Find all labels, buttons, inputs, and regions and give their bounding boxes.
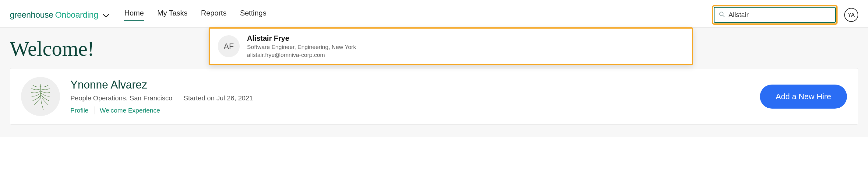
brand-switcher[interactable]: greenhouse Onboarding — [10, 10, 109, 20]
brand-greenhouse: greenhouse — [10, 10, 53, 20]
primary-nav: Home My Tasks Reports Settings — [124, 9, 266, 21]
divider — [94, 106, 94, 114]
chevron-down-icon — [103, 14, 109, 18]
top-navigation: greenhouse Onboarding Home My Tasks Repo… — [0, 0, 868, 27]
profile-dept-location: People Operations, San Francisco — [70, 94, 173, 102]
result-text: Alistair Frye Software Engineer, Enginee… — [247, 34, 356, 59]
profile-info: Ynonne Alvarez People Operations, San Fr… — [70, 78, 749, 114]
profile-card: Ynonne Alvarez People Operations, San Fr… — [10, 68, 858, 125]
search-result-item[interactable]: AF Alistair Frye Software Engineer, Engi… — [210, 29, 692, 64]
search-results-dropdown: AF Alistair Frye Software Engineer, Engi… — [209, 27, 693, 65]
profile-link[interactable]: Profile — [70, 107, 89, 114]
search-input[interactable] — [728, 11, 831, 19]
profile-avatar — [21, 77, 60, 116]
search-box[interactable] — [714, 7, 836, 23]
profile-start-date: Started on Jul 26, 2021 — [184, 94, 253, 102]
search-icon — [719, 11, 725, 19]
brand-onboarding: Onboarding — [55, 10, 98, 20]
result-email: alistair.frye@omniva-corp.com — [247, 52, 356, 59]
divider — [178, 94, 178, 102]
result-subtitle: Software Engineer, Engineering, New York — [247, 44, 356, 50]
profile-meta: People Operations, San Francisco Started… — [70, 94, 749, 102]
add-new-hire-button[interactable]: Add a New Hire — [760, 84, 847, 109]
nav-my-tasks[interactable]: My Tasks — [157, 9, 188, 21]
user-avatar-badge[interactable]: YA — [844, 8, 858, 22]
nav-home[interactable]: Home — [124, 9, 144, 21]
profile-links: Profile Welcome Experience — [70, 106, 749, 114]
result-name: Alistair Frye — [247, 34, 356, 43]
welcome-experience-link[interactable]: Welcome Experience — [100, 107, 160, 114]
svg-point-0 — [720, 12, 723, 16]
svg-line-1 — [723, 15, 724, 17]
search-highlight-box — [712, 5, 838, 25]
nav-settings[interactable]: Settings — [240, 9, 267, 21]
nav-reports[interactable]: Reports — [201, 9, 226, 21]
profile-name: Ynonne Alvarez — [70, 78, 749, 91]
result-avatar: AF — [218, 35, 240, 57]
